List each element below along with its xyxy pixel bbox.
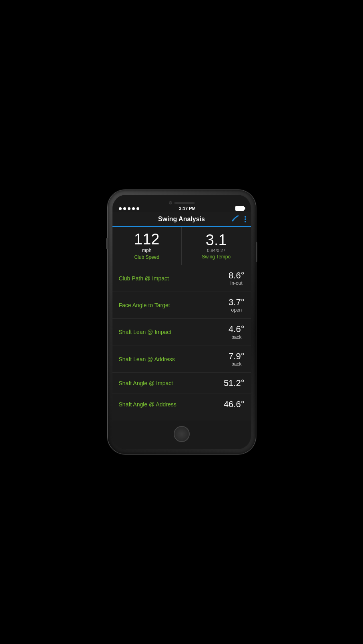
face-angle-label[interactable]: Face Angle to Target	[119, 302, 170, 308]
status-bar: 3:17 PM	[112, 204, 251, 212]
more-options-button[interactable]	[245, 216, 246, 222]
face-angle-sub: open	[229, 307, 244, 313]
shaft-angle-impact-label[interactable]: Shaft Angle @ Impact	[119, 380, 173, 386]
shaft-angle-impact-main: 51.2°	[224, 378, 245, 388]
camera-area	[169, 201, 195, 204]
signal-indicator	[119, 207, 139, 210]
shaft-angle-address-main: 46.6°	[224, 400, 245, 409]
shaft-lean-address-value: 7.9° back	[229, 352, 244, 367]
shaft-lean-address-main: 7.9°	[229, 352, 244, 361]
face-angle-value: 3.7° open	[229, 298, 244, 313]
phone-bottom-area	[112, 420, 251, 449]
status-time: 3:17 PM	[179, 206, 196, 211]
swing-tempo-sub: 0.84/0.27	[207, 248, 225, 253]
shaft-lean-impact-sub: back	[229, 334, 244, 340]
phone-screen: 3:17 PM Swing Analysis	[112, 195, 251, 449]
shaft-angle-address-row: Shaft Angle @ Address 46.6°	[112, 394, 251, 415]
club-speed-unit: mph	[142, 248, 151, 253]
swing-tempo-label[interactable]: Swing Tempo	[202, 254, 231, 260]
shaft-lean-impact-label[interactable]: Shaft Lean @ Impact	[119, 329, 172, 335]
club-path-value: 8.6° in-out	[229, 271, 244, 286]
club-speed-value: 112	[134, 232, 159, 247]
club-path-row: Club Path @ Impact 8.6° in-out	[112, 265, 251, 292]
shaft-lean-address-label[interactable]: Shaft Lean @ Address	[119, 356, 175, 362]
shaft-lean-impact-value: 4.6° back	[229, 324, 244, 340]
speaker-grille	[174, 202, 195, 204]
club-speed-label[interactable]: Club Speed	[134, 254, 159, 260]
camera-dot	[169, 201, 172, 204]
shaft-lean-address-row: Shaft Lean @ Address 7.9° back	[112, 346, 251, 373]
phone-frame: 3:17 PM Swing Analysis	[108, 190, 256, 454]
club-path-main: 8.6°	[229, 271, 244, 280]
volume-button	[106, 238, 108, 249]
shaft-lean-impact-main: 4.6°	[229, 324, 244, 334]
stats-summary-row: 112 mph Club Speed 3.1 0.84/0.27 Swing T…	[112, 227, 251, 265]
phone-notch	[112, 195, 251, 200]
face-angle-row: Face Angle to Target 3.7° open	[112, 292, 251, 319]
dynamic-loft-row: Dynamic Loft 50.2° +5.2	[112, 415, 251, 420]
battery-icon	[235, 206, 244, 211]
power-button	[256, 242, 257, 262]
page-title: Swing Analysis	[158, 216, 205, 223]
shaft-angle-address-value: 46.6°	[224, 400, 245, 409]
app-header: Swing Analysis	[112, 212, 251, 227]
club-path-label[interactable]: Club Path @ Impact	[119, 275, 169, 282]
shaft-lean-impact-row: Shaft Lean @ Impact 4.6° back	[112, 319, 251, 346]
face-angle-main: 3.7°	[229, 298, 244, 307]
golf-club-icon[interactable]	[231, 214, 241, 224]
club-path-sub: in-out	[229, 280, 244, 286]
swing-tempo-value: 3.1	[206, 232, 227, 248]
header-actions	[231, 214, 246, 224]
home-button[interactable]	[174, 426, 190, 442]
swing-tempo-cell: 3.1 0.84/0.27 Swing Tempo	[182, 227, 251, 265]
app-content: 112 mph Club Speed 3.1 0.84/0.27 Swing T…	[112, 227, 251, 420]
shaft-angle-impact-value: 51.2°	[224, 378, 245, 388]
shaft-angle-impact-row: Shaft Angle @ Impact 51.2°	[112, 373, 251, 394]
club-speed-cell: 112 mph Club Speed	[112, 227, 182, 265]
shaft-angle-address-label[interactable]: Shaft Angle @ Address	[119, 401, 176, 408]
shaft-lean-address-sub: back	[229, 361, 244, 367]
